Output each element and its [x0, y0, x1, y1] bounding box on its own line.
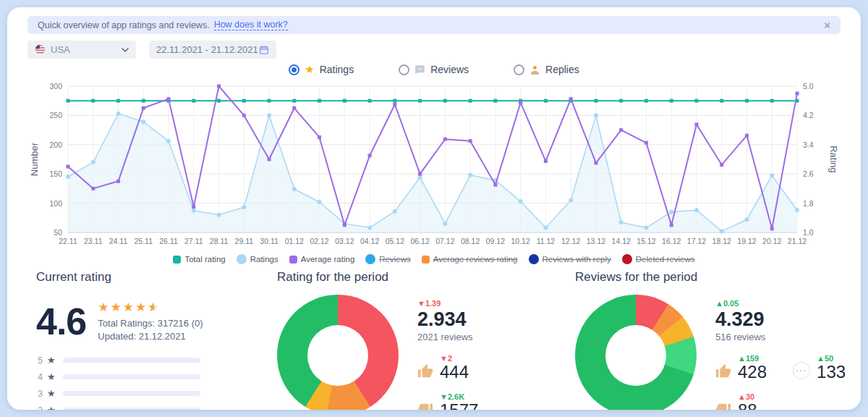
comments-value: 133: [817, 363, 846, 381]
radio-option-reviews[interactable]: Reviews: [399, 63, 469, 76]
thumbs-up-stat: ▼2 444: [417, 354, 478, 381]
comments-stat: ··· ▲50 133: [793, 354, 846, 381]
svg-text:5.0: 5.0: [803, 82, 814, 90]
dashboard-card: Quick overview of app ratings and review…: [7, 7, 861, 410]
thumbs-down-icon: [417, 402, 433, 410]
how-it-works-link[interactable]: How does it work?: [214, 20, 288, 30]
svg-text:150: 150: [49, 169, 62, 178]
legend-label: Reviews: [379, 255, 410, 264]
svg-text:50: 50: [54, 228, 62, 237]
reviews-thumbs-up-stat: ▲159 428: [715, 354, 767, 381]
star-bar-row-2: 2★: [36, 405, 277, 410]
star-count-label: 3: [36, 389, 43, 399]
radio-option-ratings[interactable]: ★Ratings: [289, 63, 354, 76]
radio-button[interactable]: [289, 64, 299, 75]
star-icon: ★: [47, 405, 56, 410]
chevron-down-icon: [122, 48, 129, 52]
radio-label: Replies: [545, 64, 579, 75]
svg-text:15.12: 15.12: [637, 237, 655, 245]
legend-swatch: [365, 254, 375, 264]
legend-item-average-reviews-rating[interactable]: Average reviews rating: [422, 255, 518, 264]
close-icon[interactable]: ×: [824, 20, 830, 30]
radio-button[interactable]: [514, 64, 524, 75]
radio-label: Reviews: [430, 64, 469, 75]
star-icon: ★: [47, 371, 56, 382]
chart-mode-radios: ★RatingsReviewsReplies: [27, 63, 841, 76]
current-rating-panel: Current rating 4.6 ★★★★★ Total Ratings: …: [27, 270, 277, 410]
radio-option-replies[interactable]: Replies: [514, 63, 579, 76]
legend-item-total-rating[interactable]: Total rating: [173, 255, 225, 264]
svg-text:24.11: 24.11: [109, 237, 128, 245]
comment-icon: ···: [793, 362, 810, 379]
updated-label: Updated: 21.12.2021: [98, 330, 203, 343]
calendar-icon: [259, 45, 269, 55]
current-rating-title: Current rating: [36, 270, 277, 285]
svg-text:09.12: 09.12: [486, 237, 505, 245]
thumbs-up-value: 444: [440, 363, 469, 381]
radio-button[interactable]: [399, 64, 409, 75]
legend-label: Deleted reviews: [636, 255, 695, 264]
rating-period-value: 2.934: [417, 308, 478, 331]
rating-bar-track: [63, 391, 200, 396]
date-range-picker[interactable]: 22.11.2021 - 21.12.2021: [149, 41, 276, 59]
radio-label: Ratings: [320, 64, 354, 75]
svg-text:01.12: 01.12: [285, 237, 304, 245]
svg-text:03.12: 03.12: [335, 237, 354, 245]
svg-text:17.12: 17.12: [687, 237, 706, 245]
svg-text:19.12: 19.12: [737, 237, 756, 245]
svg-text:300: 300: [49, 82, 62, 90]
star-icon: ★: [305, 63, 314, 76]
svg-text:22.11: 22.11: [59, 237, 77, 245]
legend-swatch: [529, 254, 539, 264]
svg-text:06.12: 06.12: [410, 237, 429, 245]
svg-text:11.12: 11.12: [537, 237, 556, 245]
svg-text:20.12: 20.12: [762, 237, 781, 245]
reviews-period-title: Reviews for the period: [575, 270, 846, 285]
svg-text:07.12: 07.12: [435, 237, 454, 245]
legend-item-ratings[interactable]: Ratings: [237, 254, 278, 264]
svg-text:18.12: 18.12: [712, 237, 731, 245]
svg-text:200: 200: [49, 140, 62, 149]
svg-text:1.0: 1.0: [803, 228, 814, 237]
reviews-period-donut: [575, 295, 697, 410]
filters-row: USA 22.11.2021 - 21.12.2021: [27, 41, 841, 59]
svg-text:16.12: 16.12: [662, 237, 681, 245]
star-bar-row-3: 3★: [36, 388, 277, 399]
chart-legend: Total ratingRatingsAverage ratingReviews…: [27, 254, 841, 264]
rating-bar-track: [63, 358, 200, 363]
legend-label: Total rating: [184, 255, 225, 264]
legend-item-reviews[interactable]: Reviews: [365, 254, 410, 264]
legend-swatch: [422, 256, 430, 264]
country-select[interactable]: USA: [27, 41, 136, 59]
svg-text:3.4: 3.4: [803, 140, 814, 149]
reviews-thumbs-up-value: 428: [738, 363, 767, 381]
star-bar-row-5: 5★: [36, 355, 277, 366]
svg-text:26.11: 26.11: [159, 237, 178, 245]
star-bar-row-4: 4★: [36, 371, 277, 382]
reviews-period-delta: ▲0.05: [715, 299, 846, 308]
rating-period-sub: 2021 reviews: [417, 332, 478, 342]
legend-label: Reviews with reply: [542, 255, 611, 264]
country-value: USA: [51, 44, 70, 55]
current-rating-value: 4.6: [36, 300, 86, 343]
svg-text:27.11: 27.11: [184, 237, 203, 245]
star-distribution: 5★4★3★2★1★: [36, 355, 277, 410]
svg-text:29.11: 29.11: [235, 237, 254, 245]
current-rating-stars: ★★★★★: [98, 299, 203, 316]
legend-item-average-rating[interactable]: Average rating: [289, 255, 355, 264]
svg-text:13.12: 13.12: [587, 237, 605, 245]
legend-item-reviews-with-reply[interactable]: Reviews with reply: [529, 254, 611, 264]
star-icon: ★: [148, 299, 160, 316]
star-icon: ★: [47, 388, 56, 399]
thumbs-down-value: 1577: [440, 401, 478, 410]
star-count-label: 4: [36, 372, 43, 382]
svg-text:10.12: 10.12: [511, 237, 530, 245]
legend-label: Average reviews rating: [433, 255, 518, 264]
thumbs-up-icon: [715, 363, 731, 379]
legend-swatch: [289, 256, 297, 264]
banner-text: Quick overview of app ratings and review…: [38, 20, 210, 30]
reviews-period-panel: Reviews for the period ▲0.05 4.329 516 r…: [575, 270, 846, 410]
legend-item-deleted-reviews[interactable]: Deleted reviews: [622, 254, 695, 264]
svg-text:100: 100: [49, 199, 62, 208]
svg-text:250: 250: [49, 111, 62, 119]
